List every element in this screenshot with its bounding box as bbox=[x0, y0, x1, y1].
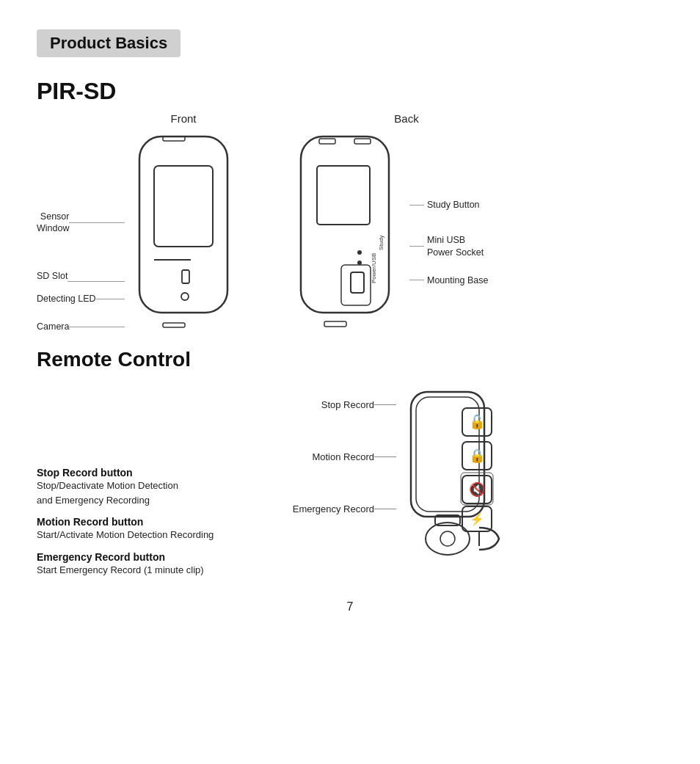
stop-record-btn-title: Stop Record button bbox=[37, 467, 286, 479]
front-label: Front bbox=[170, 112, 196, 125]
remote-spacer bbox=[37, 385, 286, 458]
detecting-led-line bbox=[96, 299, 125, 299]
sensor-window-line bbox=[69, 222, 125, 223]
camera-label: Camera bbox=[37, 321, 69, 332]
sensor-window-annotation: SensorWindow bbox=[37, 200, 125, 244]
svg-rect-11 bbox=[317, 166, 370, 225]
emergency-record-entry: Emergency Record button Start Emergency … bbox=[37, 551, 286, 578]
pir-sd-section: PIR-SD SensorWindow SD Slot Detecting LE… bbox=[37, 78, 663, 341]
mounting-base-line bbox=[409, 280, 424, 280]
emergency-record-callout-label: Emergency Record bbox=[286, 503, 374, 514]
svg-rect-8 bbox=[319, 139, 335, 144]
emergency-record-btn-title: Emergency Record button bbox=[37, 551, 286, 563]
study-button-ann-label: Study Button bbox=[427, 199, 480, 211]
back-diagram-area: Back bbox=[286, 112, 527, 335]
motion-record-callout-line bbox=[374, 456, 396, 457]
svg-rect-9 bbox=[354, 139, 371, 144]
stop-record-callout-label: Stop Record bbox=[286, 399, 374, 410]
mini-usb-ann-label: Mini USBPower Socket bbox=[427, 234, 484, 258]
sd-slot-annotation: SD Slot bbox=[37, 244, 125, 285]
stop-record-entry: Stop Record button Stop/Deactivate Motio… bbox=[37, 467, 286, 507]
remote-diagram-col: Stop Record Motion Record Emergency Reco… bbox=[286, 385, 532, 578]
svg-rect-3 bbox=[182, 270, 189, 283]
sd-slot-label: SD Slot bbox=[37, 270, 68, 282]
front-device-svg bbox=[125, 129, 242, 335]
study-button-ann-row: Study Button bbox=[409, 199, 527, 211]
svg-text:Power/USB: Power/USB bbox=[371, 253, 377, 283]
svg-rect-0 bbox=[139, 137, 227, 313]
motion-record-callout-row: Motion Record bbox=[286, 451, 396, 462]
mounting-base-ann-label: Mounting Base bbox=[427, 274, 488, 286]
front-diagram-wrapper: Front bbox=[125, 112, 242, 335]
svg-rect-10 bbox=[324, 321, 346, 327]
remote-text-col: Stop Record button Stop/Deactivate Motio… bbox=[37, 385, 286, 577]
motion-record-callout-label: Motion Record bbox=[286, 451, 374, 462]
stop-record-btn-desc: Stop/Deactivate Motion Detectionand Emer… bbox=[37, 479, 286, 507]
detecting-led-label: Detecting LED bbox=[37, 293, 96, 305]
right-annotation-area: Study Button Mini USBPower Socket Mounti… bbox=[409, 129, 527, 286]
emergency-record-callout-line bbox=[374, 509, 396, 509]
back-diagram-row: Study Power/USB bbox=[286, 129, 527, 335]
page: Product Basics PIR-SD SensorWindow SD Sl… bbox=[0, 0, 700, 764]
back-label: Back bbox=[394, 112, 418, 125]
pir-section-layout: SensorWindow SD Slot Detecting LED Camer… bbox=[37, 112, 663, 341]
svg-point-12 bbox=[357, 250, 362, 255]
svg-text:🔇: 🔇 bbox=[469, 481, 486, 498]
motion-record-btn-title: Motion Record button bbox=[37, 516, 286, 528]
svg-text:⚡: ⚡ bbox=[470, 512, 484, 526]
remote-control-section: Remote Control Stop Record button Stop/D… bbox=[37, 348, 663, 578]
svg-rect-6 bbox=[163, 323, 185, 327]
svg-text:🔒: 🔒 bbox=[469, 448, 486, 464]
emergency-record-callout-row: Emergency Record bbox=[286, 503, 396, 514]
camera-annotation: Camera bbox=[37, 313, 125, 341]
back-device-svg: Study Power/USB bbox=[286, 129, 404, 335]
sd-slot-line bbox=[68, 281, 125, 282]
svg-point-13 bbox=[357, 261, 362, 265]
svg-rect-1 bbox=[154, 166, 213, 247]
mini-usb-ann-row: Mini USBPower Socket bbox=[409, 234, 527, 258]
product-basics-heading-box: Product Basics bbox=[37, 29, 181, 57]
motion-record-btn-desc: Start/Activate Motion Detection Recordin… bbox=[37, 528, 286, 542]
svg-text:Study: Study bbox=[378, 236, 384, 250]
remote-button-descriptions: Stop Record button Stop/Deactivate Motio… bbox=[37, 467, 286, 577]
remote-svg-wrapper: 🔓 🔒 🔇 bbox=[400, 385, 532, 578]
emergency-record-btn-desc: Start Emergency Record (1 minute clip) bbox=[37, 563, 286, 578]
back-diagram-wrapper: Back bbox=[286, 112, 527, 335]
remote-control-title: Remote Control bbox=[37, 348, 663, 371]
svg-rect-16 bbox=[351, 272, 364, 293]
mini-usb-line bbox=[409, 246, 424, 247]
svg-text:🔓: 🔓 bbox=[469, 414, 486, 430]
motion-record-entry: Motion Record button Start/Activate Moti… bbox=[37, 516, 286, 542]
left-annotation-area: SensorWindow SD Slot Detecting LED Camer… bbox=[37, 112, 125, 341]
detecting-led-annotation: Detecting LED bbox=[37, 285, 125, 313]
remote-section-layout: Stop Record button Stop/Deactivate Motio… bbox=[37, 385, 663, 578]
stop-record-callout-row: Stop Record bbox=[286, 399, 396, 410]
svg-rect-17 bbox=[341, 265, 371, 305]
svg-point-4 bbox=[181, 293, 189, 300]
pir-sd-title: PIR-SD bbox=[37, 78, 663, 105]
svg-point-30 bbox=[440, 531, 455, 546]
camera-line bbox=[69, 327, 125, 327]
product-basics-title: Product Basics bbox=[50, 34, 167, 52]
remote-callout-labels: Stop Record Motion Record Emergency Reco… bbox=[286, 385, 396, 535]
remote-device-svg: 🔓 🔒 🔇 bbox=[400, 385, 532, 575]
mounting-base-ann-row: Mounting Base bbox=[409, 274, 527, 286]
page-number: 7 bbox=[37, 600, 663, 614]
stop-record-callout-line bbox=[374, 404, 396, 405]
study-button-line bbox=[409, 205, 424, 205]
sensor-window-label: SensorWindow bbox=[37, 211, 69, 235]
